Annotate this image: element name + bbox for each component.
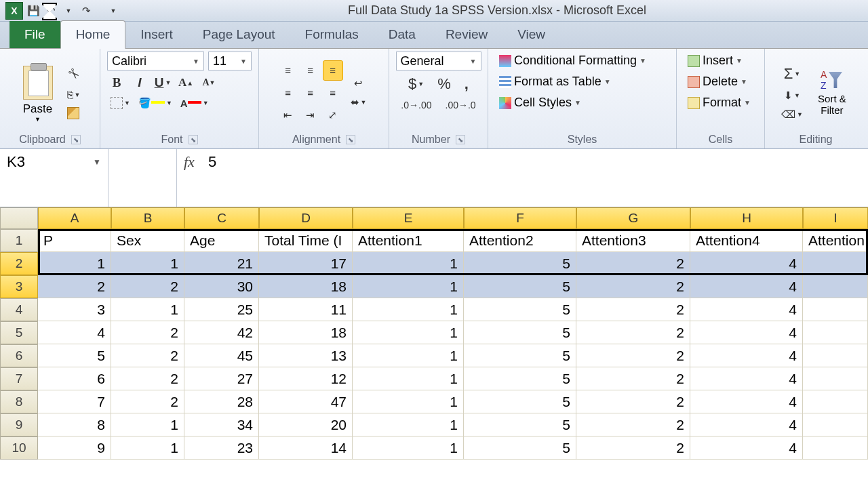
tab-review[interactable]: Review — [431, 21, 502, 48]
cell[interactable]: 11 — [259, 298, 353, 321]
comma-button[interactable]: , — [461, 73, 472, 95]
cell[interactable]: 14 — [259, 436, 353, 460]
clipboard-dialog-icon[interactable]: ⬊ — [71, 135, 81, 144]
cell[interactable]: 1 — [353, 298, 464, 321]
tab-data[interactable]: Data — [374, 21, 431, 48]
format-painter-button[interactable] — [64, 105, 84, 121]
cell[interactable]: 5 — [464, 275, 576, 298]
undo-dropdown-icon[interactable]: ▼ — [61, 3, 76, 18]
align-right-button[interactable]: ≡ — [323, 83, 343, 103]
cell[interactable]: 23 — [184, 436, 259, 460]
row-header-8[interactable]: 8 — [0, 390, 38, 413]
tab-insert[interactable]: Insert — [125, 21, 188, 48]
align-center-button[interactable]: ≡ — [300, 83, 321, 103]
column-header-D[interactable]: D — [259, 207, 353, 229]
cell[interactable]: Age — [184, 229, 259, 252]
delete-cells-button[interactable]: Delete▼ — [684, 73, 751, 91]
cell[interactable]: 5 — [38, 344, 111, 367]
cell[interactable]: 1 — [353, 252, 464, 275]
cell[interactable]: 1 — [111, 298, 184, 321]
tab-page-layout[interactable]: Page Layout — [188, 21, 290, 48]
cell[interactable]: 5 — [464, 252, 576, 275]
cell[interactable]: 4 — [690, 321, 803, 344]
cell[interactable]: 1 — [111, 413, 184, 436]
cell[interactable]: 5 — [464, 321, 576, 344]
cell[interactable]: 4 — [690, 436, 803, 460]
cell[interactable]: 12 — [259, 367, 353, 390]
cell[interactable]: 30 — [184, 275, 259, 298]
cell[interactable]: 3 — [38, 298, 111, 321]
cell[interactable]: 2 — [111, 367, 184, 390]
cell-styles-button[interactable]: Cell Styles▼ — [495, 94, 585, 112]
row-header-9[interactable]: 9 — [0, 413, 38, 436]
cell[interactable]: 1 — [353, 390, 464, 413]
cell[interactable]: 2 — [111, 321, 184, 344]
decrease-decimal-button[interactable]: .00→.0 — [442, 98, 479, 113]
cell[interactable]: 18 — [259, 275, 353, 298]
row-header-3[interactable]: 3 — [0, 275, 38, 298]
cell[interactable]: 4 — [690, 390, 803, 413]
cell[interactable]: Attention1 — [353, 229, 464, 252]
cell[interactable]: 2 — [576, 252, 690, 275]
tab-view[interactable]: View — [502, 21, 560, 48]
font-dialog-icon[interactable]: ⬊ — [189, 135, 198, 144]
cell[interactable]: 2 — [111, 390, 184, 413]
align-left-button[interactable]: ≡ — [278, 83, 298, 103]
column-header-H[interactable]: H — [690, 207, 803, 229]
number-format-combo[interactable]: General▼ — [396, 52, 481, 70]
cell[interactable]: 2 — [576, 367, 690, 390]
conditional-formatting-button[interactable]: Conditional Formatting▼ — [495, 52, 650, 70]
cell[interactable]: 18 — [259, 321, 353, 344]
bold-button[interactable]: B — [107, 73, 126, 92]
percent-button[interactable]: % — [434, 73, 454, 95]
cell[interactable]: 4 — [690, 344, 803, 367]
cell[interactable]: 1 — [353, 321, 464, 344]
paste-button[interactable]: Paste ▼ — [16, 63, 60, 123]
cell[interactable]: 2 — [576, 390, 690, 413]
underline-button[interactable]: U▼ — [153, 73, 172, 92]
cell[interactable]: 21 — [184, 252, 259, 275]
cell[interactable] — [803, 321, 868, 344]
cell[interactable]: Attention — [803, 229, 868, 252]
accounting-button[interactable]: $▼ — [405, 73, 427, 95]
cell[interactable]: 2 — [576, 413, 690, 436]
row-header-2[interactable]: 2 — [0, 252, 38, 275]
name-box[interactable]: K3▼ — [0, 149, 108, 207]
cell[interactable]: 47 — [259, 390, 353, 413]
cell[interactable]: 1 — [353, 275, 464, 298]
cell[interactable]: 5 — [464, 298, 576, 321]
cell[interactable] — [803, 298, 868, 321]
cell[interactable]: 2 — [576, 275, 690, 298]
row-header-6[interactable]: 6 — [0, 344, 38, 367]
cell[interactable]: 1 — [353, 344, 464, 367]
alignment-dialog-icon[interactable]: ⬊ — [346, 135, 355, 144]
cell[interactable]: 34 — [184, 413, 259, 436]
cell[interactable]: 2 — [38, 275, 111, 298]
format-as-table-button[interactable]: Format as Table▼ — [495, 73, 615, 91]
cell[interactable]: 4 — [690, 252, 803, 275]
increase-indent-button[interactable]: ⇥ — [300, 105, 321, 125]
align-bottom-button[interactable]: ≡ — [323, 60, 343, 81]
merge-center-button[interactable]: ⬌▼ — [347, 94, 370, 110]
cell[interactable]: 5 — [464, 367, 576, 390]
borders-button[interactable]: ▼ — [107, 95, 134, 111]
cell[interactable]: 2 — [576, 436, 690, 460]
cell[interactable]: 4 — [690, 298, 803, 321]
tab-home[interactable]: Home — [60, 20, 126, 49]
cell[interactable]: 8 — [38, 413, 111, 436]
align-middle-button[interactable]: ≡ — [300, 60, 321, 81]
save-icon[interactable]: 💾 — [26, 3, 41, 18]
cell[interactable]: Attention4 — [690, 229, 803, 252]
cell[interactable] — [803, 367, 868, 390]
cell[interactable]: Attention3 — [576, 229, 690, 252]
cell[interactable]: 17 — [259, 252, 353, 275]
cell[interactable]: 2 — [111, 344, 184, 367]
cell[interactable]: 1 — [111, 436, 184, 460]
cell[interactable]: 2 — [576, 298, 690, 321]
column-header-G[interactable]: G — [576, 207, 690, 229]
font-color-button[interactable]: A▼ — [177, 96, 212, 111]
italic-button[interactable]: I — [130, 73, 149, 92]
cell[interactable]: 1 — [38, 252, 111, 275]
cut-button[interactable]: ✂ — [64, 64, 84, 84]
column-header-F[interactable]: F — [464, 207, 576, 229]
